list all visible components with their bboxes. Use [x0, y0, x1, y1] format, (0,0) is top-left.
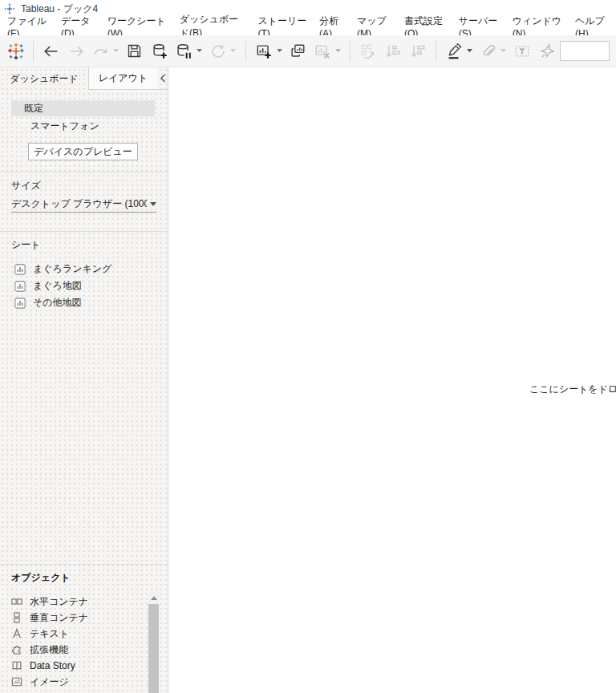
- data-story-icon: [11, 660, 22, 671]
- menu-bar: ファイル(F) データ(D) ワークシート(W) ダッシュボード(B) ストーリ…: [0, 18, 616, 35]
- chevron-left-icon: [160, 74, 166, 83]
- objects-scrollbar[interactable]: [148, 592, 159, 693]
- tab-dashboard[interactable]: ダッシュボード: [0, 67, 88, 90]
- sheet-item-maguro-ranking[interactable]: まぐろランキング: [0, 261, 168, 278]
- separator: [0, 172, 168, 172]
- objects-list: 水平コンテナ 垂直コンテナ テキスト: [0, 594, 168, 690]
- tab-dashboard-label: ダッシュボード: [10, 72, 79, 86]
- object-item-vertical-container[interactable]: 垂直コンテナ: [0, 610, 168, 626]
- duplicate-sheet-icon[interactable]: [286, 40, 310, 63]
- toolbar-separator: [350, 41, 351, 62]
- object-item-horizontal-container[interactable]: 水平コンテナ: [0, 594, 168, 610]
- chevron-down-icon: [150, 202, 156, 206]
- separator: [0, 231, 168, 232]
- object-item-extension[interactable]: 拡張機能: [0, 642, 168, 658]
- toolbar-separator: [245, 41, 246, 62]
- dashboard-pane: ダッシュボード レイアウト 既定 スマートフォン デバイスのプ: [0, 67, 168, 693]
- run-auto-updates-caret-icon[interactable]: [229, 40, 237, 63]
- toolbar: [0, 35, 616, 67]
- highlight-caret-icon[interactable]: [466, 40, 474, 63]
- object-item-label: 垂直コンテナ: [30, 611, 88, 625]
- toolbar-input[interactable]: [560, 41, 610, 61]
- size-dropdown[interactable]: デスクトップ ブラウザー (1000 ⋯: [11, 196, 156, 213]
- paperclip-icon[interactable]: [476, 40, 500, 63]
- sheets-section-header: シート: [11, 238, 168, 251]
- image-icon: [11, 676, 22, 687]
- toolbar-separator: [436, 41, 436, 62]
- device-item-default[interactable]: 既定: [11, 100, 155, 116]
- object-item-label: 拡張機能: [30, 643, 68, 657]
- sheet-item-maguro-map[interactable]: まぐろ地図: [0, 278, 168, 294]
- replay-caret-icon[interactable]: [112, 40, 120, 63]
- presentation-mode-icon[interactable]: [535, 40, 558, 63]
- save-icon[interactable]: [124, 40, 147, 63]
- pause-auto-updates-caret-icon[interactable]: [196, 40, 204, 63]
- drop-sheet-hint: ここにシートをドロップ: [529, 383, 616, 396]
- tab-layout[interactable]: レイアウト: [88, 67, 157, 90]
- run-auto-updates-icon[interactable]: [206, 40, 229, 63]
- device-item-label: 既定: [24, 102, 43, 116]
- object-item-label: イメージ: [30, 675, 69, 689]
- sheet-item-label: まぐろ地図: [33, 279, 82, 293]
- show-mark-labels-icon[interactable]: [511, 40, 534, 63]
- replay-icon[interactable]: [89, 40, 112, 63]
- paperclip-caret-icon[interactable]: [500, 40, 508, 63]
- pause-auto-updates-icon[interactable]: [172, 40, 196, 63]
- scroll-up-icon[interactable]: [148, 592, 159, 603]
- dashboard-canvas[interactable]: ここにシートをドロップ: [168, 67, 616, 693]
- clear-sheet-caret-icon[interactable]: [334, 40, 342, 63]
- pane-tabs: ダッシュボード レイアウト: [0, 67, 168, 90]
- undo-icon[interactable]: [40, 40, 63, 63]
- device-preview-button[interactable]: デバイスのプレビュー: [28, 143, 138, 160]
- horizontal-container-icon: [11, 596, 22, 607]
- object-item-label: Data Story: [30, 660, 75, 671]
- vertical-container-icon: [11, 612, 22, 623]
- extension-icon: [11, 644, 22, 655]
- device-list: 既定 スマートフォン デバイスのプレビュー: [0, 90, 168, 160]
- worksheet-icon: [14, 264, 26, 275]
- size-dropdown-value: デスクトップ ブラウザー (1000 ⋯: [11, 197, 147, 211]
- device-item-smartphone[interactable]: スマートフォン: [11, 118, 155, 134]
- sheet-list: まぐろランキング まぐろ地図 その他地図: [0, 261, 168, 311]
- new-worksheet-caret-icon[interactable]: [275, 40, 283, 63]
- text-icon: [11, 628, 22, 639]
- object-item-label: 水平コンテナ: [30, 595, 88, 609]
- sidebar-spacer: [0, 311, 168, 564]
- tableau-window: Tableau - ブック4 ファイル(F) データ(D) ワークシート(W) …: [0, 0, 616, 693]
- clear-sheet-icon[interactable]: [311, 40, 334, 63]
- tab-layout-label: レイアウト: [99, 71, 148, 85]
- toolbar-separator: [33, 41, 34, 62]
- highlight-icon[interactable]: [443, 40, 466, 63]
- objects-section: オブジェクト 水平コンテナ 垂直コンテナ: [0, 564, 168, 693]
- device-item-label: スマートフォン: [30, 120, 99, 133]
- sheet-item-label: まぐろランキング: [33, 262, 111, 276]
- sort-ascending-icon[interactable]: [382, 40, 405, 63]
- object-item-text[interactable]: テキスト: [0, 626, 168, 642]
- worksheet-icon: [14, 281, 26, 292]
- new-data-source-icon[interactable]: [148, 40, 171, 63]
- redo-icon[interactable]: [65, 40, 88, 63]
- sort-descending-icon[interactable]: [406, 40, 429, 63]
- objects-section-header: オブジェクト: [11, 571, 168, 585]
- swap-rows-columns-icon[interactable]: [357, 40, 380, 63]
- tableau-logo-icon[interactable]: [6, 40, 26, 63]
- object-item-image[interactable]: イメージ: [0, 674, 168, 690]
- scrollbar-thumb[interactable]: [148, 604, 159, 693]
- size-section-header: サイズ: [11, 179, 168, 192]
- main-area: ダッシュボード レイアウト 既定 スマートフォン デバイスのプ: [0, 67, 616, 693]
- sheet-item-other-map[interactable]: その他地図: [0, 294, 168, 311]
- collapse-pane-button[interactable]: [157, 67, 168, 90]
- object-item-label: テキスト: [30, 627, 69, 641]
- sheet-item-label: その他地図: [33, 296, 82, 310]
- object-item-data-story[interactable]: Data Story: [0, 658, 168, 674]
- worksheet-icon: [14, 298, 26, 309]
- new-worksheet-icon[interactable]: [253, 40, 276, 63]
